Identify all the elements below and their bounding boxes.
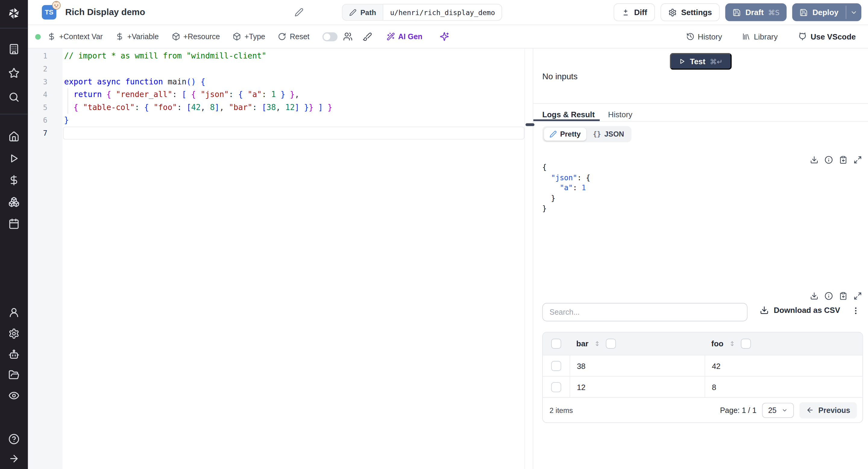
history-clock-icon [686,32,694,41]
result-table: bar foo 3842128 2 items Page: 1 / 1 25 [542,332,863,423]
code-line: 5 { "table-col": { "foo": [42, 8], "bar"… [28,101,533,114]
column-checkbox[interactable] [741,339,751,349]
select-all-checkbox[interactable] [551,339,561,349]
table-menu-kebab-icon[interactable] [851,306,861,315]
info-icon[interactable] [825,156,833,164]
sidebar-item-audit-logs[interactable] [8,390,20,401]
multiplayer-toggle[interactable] [322,32,337,41]
tabbar-border [533,121,868,122]
format-brush-icon[interactable] [363,32,372,41]
active-tab-underline [533,119,600,121]
sidebar-item-workspace[interactable] [8,43,20,55]
splitter-handle[interactable] [526,123,535,126]
code-line: 1// import * as wmill from "windmill-cli… [28,50,533,63]
test-shortcut: ⌘↵ [710,57,723,66]
use-vscode-button[interactable]: Use VScode [798,32,856,41]
view-pretty-button[interactable]: Pretty [544,128,586,141]
header: TS Rich Display demo Path u/henri/rich_d… [28,0,868,25]
row-checkbox[interactable] [551,382,561,392]
add-type-button[interactable]: +Type [233,32,265,41]
row-checkbox[interactable] [551,361,561,371]
arrow-left-icon [806,406,814,414]
sidebar-item-settings[interactable] [8,328,20,339]
add-variable-button[interactable]: +Variable [116,32,158,41]
tab-logs-result[interactable]: Logs & Result [542,110,595,119]
download-csv-button[interactable]: Download as CSV [760,306,840,315]
package-icon [233,32,241,41]
run-panel: Test ⌘↵ No inputs Logs & Result History … [533,49,868,469]
sidebar-item-users[interactable] [8,307,20,318]
page-title: Rich Display demo [65,7,145,17]
previous-page-button[interactable]: Previous [799,402,857,418]
view-json-button[interactable]: {} JSON [587,128,629,141]
sidebar-item-runs[interactable] [8,153,20,164]
sidebar-item-schedules[interactable] [8,218,20,229]
page-size-select[interactable]: 25 [762,402,794,417]
code-editor[interactable]: 1// import * as wmill from "windmill-cli… [28,49,533,469]
sort-icon[interactable] [593,340,601,347]
history-button[interactable]: History [686,32,722,41]
deploy-dropdown-button[interactable] [846,3,861,21]
path-label-segment: Path [343,4,383,20]
ai-gen-button[interactable]: AI Gen [386,32,422,41]
sparkles-icon[interactable] [440,32,449,41]
sidebar [0,0,28,469]
column-checkbox[interactable] [606,339,616,349]
sidebar-item-home[interactable] [8,131,20,142]
add-context-var-button[interactable]: +Context Var [47,32,103,41]
column-header-foo: foo [705,339,863,349]
reset-button[interactable]: Reset [278,32,310,41]
code-line: 7 [28,127,533,139]
add-resource-button[interactable]: +Resource [172,32,220,41]
draft-button[interactable]: Draft ⌘S [725,3,787,21]
panel-divider [533,103,868,104]
line-number: 5 [28,101,63,114]
settings-button[interactable]: Settings [661,3,720,21]
status-dot [35,34,41,39]
diff-button[interactable]: Diff [613,3,655,21]
sidebar-item-help[interactable] [8,433,20,445]
sidebar-item-workers[interactable] [8,349,20,360]
copy-to-clipboard-icon[interactable] [839,156,847,164]
code-line: 3export async function main() { [28,75,533,88]
table-cell: 42 [705,355,863,376]
table-row: 128 [543,376,863,397]
sidebar-item-variables[interactable] [8,175,20,186]
result-actions [810,156,862,164]
info-icon[interactable] [825,292,833,300]
sort-icon[interactable] [728,340,736,347]
code-line: 2 [28,62,533,75]
sidebar-item-favorites[interactable] [8,67,20,79]
sidebar-item-resources[interactable] [8,196,20,208]
library-button[interactable]: Library [742,32,778,41]
windmill-logo-icon[interactable] [7,6,21,21]
path-pill[interactable]: Path u/henri/rich_display_demo [342,4,502,21]
sidebar-item-folders[interactable] [8,369,20,380]
dollar-icon [47,32,56,41]
edit-summary-pencil-icon[interactable] [294,8,304,17]
test-button[interactable]: Test ⌘↵ [670,53,732,70]
expand-icon[interactable] [854,292,862,300]
expand-icon[interactable] [854,156,862,164]
deploy-button[interactable]: Deploy [792,3,846,21]
copy-to-clipboard-icon[interactable] [839,292,847,300]
save-icon [733,8,741,17]
table-cell: 38 [569,355,705,376]
chevron-down-icon [850,9,858,16]
sidebar-expand-button[interactable] [8,453,20,464]
table-actions [810,292,862,300]
save-icon [800,8,808,17]
tab-history[interactable]: History [608,110,632,119]
items-count: 2 items [550,406,573,414]
windmill-app: TS Rich Display demo Path u/henri/rich_d… [0,0,868,469]
table-search-input[interactable] [542,303,747,321]
deploy-split-button: Deploy [792,3,861,21]
sidebar-item-search[interactable] [8,92,20,103]
download-icon[interactable] [810,156,818,164]
download-icon [760,306,769,315]
page-indicator: Page: 1 / 1 [720,406,756,414]
download-icon[interactable] [810,292,818,300]
chevron-down-icon [781,407,787,413]
table-header: bar foo [543,333,863,355]
users-icon[interactable] [343,32,352,41]
